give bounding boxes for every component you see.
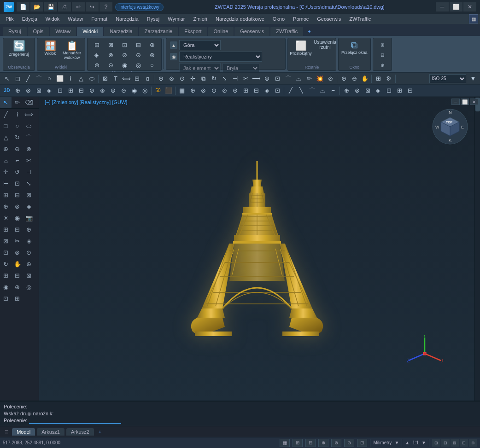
tab-rysuj[interactable]: Rysuj xyxy=(3,27,27,36)
tool-section-plane[interactable]: ⊠ xyxy=(0,235,12,247)
tool-render[interactable]: ◈ xyxy=(23,201,35,212)
coord-btn-15[interactable]: ○ xyxy=(146,60,158,70)
tb2-btn-25[interactable]: ╱ xyxy=(286,86,296,96)
quick-access-print[interactable]: 🖨 xyxy=(58,2,71,12)
menu-plik[interactable]: Plik xyxy=(2,15,18,23)
quick-access-redo[interactable]: ↪ xyxy=(86,2,99,12)
tool-extra-7[interactable]: ⊡ xyxy=(0,293,12,304)
add-layout-tab[interactable]: + xyxy=(96,428,104,436)
tab-wstaw[interactable]: Wstaw xyxy=(50,27,76,36)
tool-scale-3d[interactable]: ⤡ xyxy=(23,178,35,189)
tab-zarzadzanie[interactable]: Zarządzanie xyxy=(139,27,178,36)
tb2-btn-36[interactable]: ⊟ xyxy=(405,86,415,96)
tb-select[interactable]: ◻ xyxy=(12,74,23,84)
nav-icon-1[interactable]: ⊞ xyxy=(432,439,440,447)
tb2-snap-toggle[interactable]: 3D xyxy=(2,86,12,96)
status-ortho-btn[interactable]: ⊟ xyxy=(305,439,316,447)
tb2-btn-26[interactable]: ╲ xyxy=(296,86,306,96)
tb2-btn-8[interactable]: ⊘ xyxy=(87,86,97,96)
menu-edycja[interactable]: Edycja xyxy=(18,15,41,23)
menu-wstaw[interactable]: Wstaw xyxy=(64,15,87,23)
tb2-btn-1[interactable]: ⊕ xyxy=(12,86,23,96)
tool-ucs[interactable]: ⊗ xyxy=(12,247,23,258)
coord-btn-9[interactable]: ⊙ xyxy=(132,50,145,59)
status-polar-btn[interactable]: ⊕ xyxy=(318,439,328,447)
tool-extra-1[interactable]: ⊞ xyxy=(0,270,12,281)
window-restore-btn[interactable]: ⬜ xyxy=(450,2,462,12)
tool-select[interactable]: ↖ xyxy=(0,97,12,108)
tb2-btn-12[interactable]: ◉ xyxy=(129,86,139,96)
tab-geoserwis[interactable]: Geoserwis xyxy=(234,27,269,36)
tb2-num-50[interactable]: 50 xyxy=(153,86,163,96)
nav-icon-5[interactable]: ⊕ xyxy=(469,439,477,447)
quick-access-undo[interactable]: ↩ xyxy=(72,2,85,12)
tab-arkusz2[interactable]: Arkusz2 xyxy=(66,428,94,436)
coord-btn-7[interactable]: ⊗ xyxy=(104,50,117,59)
tool-draw[interactable]: ✏ xyxy=(12,97,23,108)
tool-extrude[interactable]: △ xyxy=(0,132,12,143)
quick-access-new[interactable]: 📄 xyxy=(17,2,29,12)
tool-flatshot[interactable]: ⊗ xyxy=(12,201,23,212)
tb2-btn-9[interactable]: ⊛ xyxy=(97,86,107,96)
more-btn-2[interactable]: ⊟ xyxy=(376,50,389,59)
tb-properties[interactable]: ⚙ xyxy=(384,74,394,84)
tool-rotate-3d[interactable]: ↺ xyxy=(12,166,23,178)
tool-shell[interactable]: ⊠ xyxy=(23,189,35,201)
coord-btn-10[interactable]: ⊛ xyxy=(146,50,158,59)
bryla-select[interactable]: Bryła xyxy=(222,63,259,73)
tool-zoom-3d[interactable]: ⊕ xyxy=(23,258,35,270)
menu-rysuj[interactable]: Rysuj xyxy=(143,15,164,23)
tb2-btn-32[interactable]: ⊠ xyxy=(363,86,373,96)
tool-subtract[interactable]: ⊖ xyxy=(12,143,23,155)
viewport-restore-btn[interactable]: ⬜ xyxy=(461,99,469,105)
tool-push-pull[interactable]: ⊞ xyxy=(0,189,12,201)
tb-zoom-out[interactable]: ⊖ xyxy=(349,74,359,84)
tb-snap[interactable]: ⊕ xyxy=(156,74,166,84)
tb-circle[interactable]: ○ xyxy=(44,74,54,84)
tab-opis[interactable]: Opis xyxy=(28,27,49,36)
tool-measure[interactable]: ⟺ xyxy=(23,109,35,120)
tb-ellipse[interactable]: ⬭ xyxy=(87,74,97,84)
tool-union[interactable]: ⊕ xyxy=(0,143,12,155)
tb-hatch[interactable]: ⊠ xyxy=(100,74,110,84)
units-dropdown[interactable]: ▼ xyxy=(394,440,399,445)
tb-line[interactable]: ╱ xyxy=(23,74,33,84)
tb-erase[interactable]: ⊘ xyxy=(325,74,335,84)
tool-material[interactable]: ◉ xyxy=(12,212,23,224)
nav-icon-4[interactable]: ⊡ xyxy=(460,439,468,447)
visual-style-select[interactable]: Realistyczny Szkielet Ukryte Cieniowany xyxy=(179,52,262,62)
tool-cylinder[interactable]: ⬭ xyxy=(23,120,35,132)
quick-access-open[interactable]: 📂 xyxy=(30,2,43,12)
tb2-btn-2[interactable]: ⊗ xyxy=(23,86,33,96)
nav-cube[interactable]: N E S W TOP xyxy=(432,108,468,145)
ribbon-interface-selector[interactable]: Interfejs wstążkowy xyxy=(115,3,164,11)
tb2-btn-4[interactable]: ◈ xyxy=(44,86,54,96)
tool-box[interactable]: □ xyxy=(0,120,12,132)
element-select[interactable]: Jak element xyxy=(179,63,221,73)
tool-offset-face[interactable]: ⊟ xyxy=(12,189,23,201)
tb-fillet[interactable]: ⌒ xyxy=(283,74,293,84)
widok-btn[interactable]: 🪟 Widok xyxy=(40,40,60,56)
tool-revolve[interactable]: ↻ xyxy=(12,132,23,143)
tool-polyline[interactable]: ⌇ xyxy=(12,109,23,120)
tool-align[interactable]: ⊣ xyxy=(23,166,35,178)
add-ribbon-tab[interactable]: + xyxy=(304,27,314,36)
tool-anim[interactable]: ⊕ xyxy=(23,224,35,235)
tb2-btn-14[interactable]: ⬛ xyxy=(164,86,174,96)
tool-slice[interactable]: ✂ xyxy=(23,155,35,166)
ustawienia-rzutni-btn[interactable]: Ustawienia rzutni xyxy=(313,40,333,49)
tool-sweep[interactable]: ⌒ xyxy=(23,132,35,143)
tool-sphere[interactable]: ○ xyxy=(12,120,23,132)
tb-offset[interactable]: ⊜ xyxy=(262,74,272,84)
tb-3d[interactable]: △ xyxy=(76,74,86,84)
tb2-btn-6[interactable]: ⊞ xyxy=(65,86,76,96)
command-input[interactable] xyxy=(29,418,121,424)
tb2-btn-22[interactable]: ⊟ xyxy=(251,86,261,96)
tb2-btn-21[interactable]: ⊞ xyxy=(240,86,251,96)
tb-pan[interactable]: ✋ xyxy=(360,74,370,84)
tb2-btn-20[interactable]: ⊛ xyxy=(230,86,240,96)
tb-chamfer[interactable]: ⌓ xyxy=(293,74,304,84)
tb-explode[interactable]: 💥 xyxy=(315,74,325,84)
tb-zoom-in[interactable]: ⊕ xyxy=(339,74,349,84)
nav-icon-2[interactable]: ⊟ xyxy=(441,439,450,447)
